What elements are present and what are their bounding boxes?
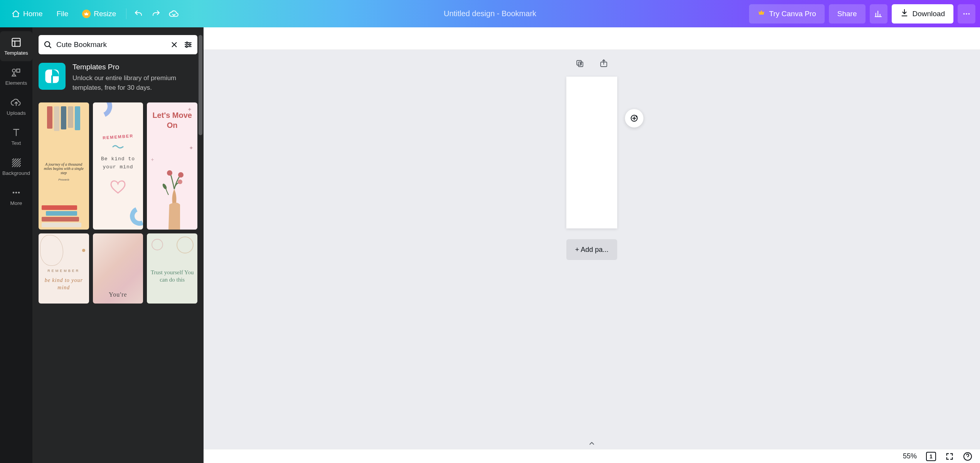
rail-templates[interactable]: Templates (0, 31, 32, 61)
canvas-toolbar (204, 27, 980, 50)
rail-more[interactable]: More (0, 181, 32, 211)
resize-button[interactable]: Resize (75, 6, 123, 22)
download-label: Download (913, 10, 945, 18)
svg-point-15 (167, 170, 172, 176)
filter-button[interactable] (183, 39, 194, 50)
svg-point-18 (162, 183, 167, 190)
crown-icon (82, 10, 91, 18)
template-text: Let's Move On (150, 110, 194, 130)
rail-text-label: Text (12, 140, 21, 146)
status-bar: 55% 1 (204, 449, 980, 463)
add-page-button[interactable]: + Add pa... (566, 239, 617, 260)
templates-pro-promo[interactable]: Templates Pro Unlock our entire library … (39, 63, 197, 92)
fullscreen-button[interactable] (945, 452, 954, 461)
promo-thumb-icon (39, 63, 66, 90)
search-bar[interactable] (39, 35, 197, 54)
template-text: Trust yourself You can do this (150, 269, 194, 284)
svg-point-10 (186, 42, 188, 44)
clear-search-button[interactable] (169, 39, 180, 50)
try-pro-button[interactable]: Try Canva Pro (749, 4, 825, 23)
canvas-viewport[interactable]: + Add pa... (204, 50, 980, 449)
try-pro-label: Try Canva Pro (769, 10, 816, 18)
svg-point-6 (13, 191, 15, 193)
ai-assist-button[interactable] (625, 109, 643, 127)
svg-point-4 (12, 69, 15, 72)
template-text: A journey of a thousand miles begins wit… (42, 162, 86, 175)
rail-elements[interactable]: Elements (0, 61, 32, 91)
home-icon (12, 10, 20, 18)
templates-grid: A journey of a thousand miles begins wit… (39, 102, 197, 307)
svg-point-1 (966, 13, 967, 15)
svg-point-7 (15, 191, 17, 193)
download-button[interactable]: Download (892, 4, 954, 23)
page-indicator[interactable]: 1 (926, 452, 936, 461)
home-button[interactable]: Home (5, 6, 50, 22)
search-icon (42, 39, 53, 50)
share-label: Share (837, 10, 857, 18)
template-card[interactable]: Trust yourself You can do this (147, 233, 197, 304)
svg-point-12 (186, 46, 187, 47)
topbar: Home File Resize Untitled d (0, 0, 980, 27)
rail-uploads[interactable]: Uploads (0, 91, 32, 121)
add-page-label: + Add pa... (575, 246, 609, 254)
rail-uploads-label: Uploads (7, 110, 26, 116)
more-menu-button[interactable] (958, 4, 975, 23)
template-card[interactable]: ✦ ✦ + Let's Move On (147, 102, 197, 230)
rail-more-label: More (10, 200, 22, 206)
design-page[interactable] (566, 77, 617, 228)
file-label: File (57, 10, 69, 18)
svg-point-2 (968, 13, 970, 15)
rail-background-label: Background (2, 170, 30, 176)
file-menu[interactable]: File (50, 6, 76, 22)
download-icon (900, 8, 909, 19)
redo-button[interactable] (147, 5, 165, 23)
svg-point-0 (963, 13, 965, 15)
resize-label: Resize (94, 10, 116, 18)
share-button[interactable]: Share (829, 4, 865, 23)
rail-background[interactable]: Background (0, 151, 32, 181)
template-text: You're (109, 291, 127, 298)
duplicate-page-button[interactable] (574, 57, 586, 70)
undo-button[interactable] (130, 5, 147, 23)
insights-button[interactable] (870, 4, 887, 23)
upload-page-button[interactable] (598, 57, 610, 70)
help-button[interactable] (963, 452, 972, 461)
expand-pages-button[interactable] (204, 438, 980, 449)
promo-title: Templates Pro (72, 63, 197, 71)
svg-point-17 (178, 179, 182, 184)
zoom-level[interactable]: 55% (903, 452, 917, 460)
canvas-area: + Add pa... 55% 1 (204, 27, 980, 463)
crown-icon (758, 9, 765, 18)
heart-icon (109, 179, 127, 198)
template-subtext: be kind to your mind (42, 277, 86, 292)
document-title[interactable]: Untitled design - Bookmark (444, 9, 536, 18)
home-label: Home (23, 10, 43, 18)
rail-elements-label: Elements (5, 80, 27, 86)
promo-subtitle: Unlock our entire library of premium tem… (72, 74, 197, 92)
template-subtext: Proverb (58, 178, 69, 181)
template-card[interactable]: You're (93, 233, 143, 304)
template-text: REMEMBER (103, 133, 134, 140)
svg-rect-14 (51, 75, 53, 83)
svg-point-8 (18, 191, 20, 193)
templates-panel: Templates Pro Unlock our entire library … (32, 27, 204, 463)
svg-rect-5 (17, 69, 20, 72)
svg-point-11 (189, 44, 190, 45)
rail-text[interactable]: Text (0, 121, 32, 151)
svg-point-16 (178, 172, 184, 178)
svg-rect-3 (12, 38, 20, 46)
template-card[interactable]: REMEMBER Be kind to your mind (93, 102, 143, 230)
cloud-sync-icon[interactable] (165, 5, 183, 23)
side-rail: Templates Elements Uploads Text Backgrou… (0, 27, 32, 463)
template-card[interactable]: A journey of a thousand miles begins wit… (39, 102, 89, 230)
template-text: REMEMBER (47, 269, 80, 273)
divider (126, 8, 126, 19)
template-card[interactable]: REMEMBER be kind to your mind (39, 233, 89, 304)
search-input[interactable] (56, 40, 166, 49)
rail-templates-label: Templates (4, 50, 28, 56)
template-subtext: Be kind to your mind (96, 155, 140, 171)
